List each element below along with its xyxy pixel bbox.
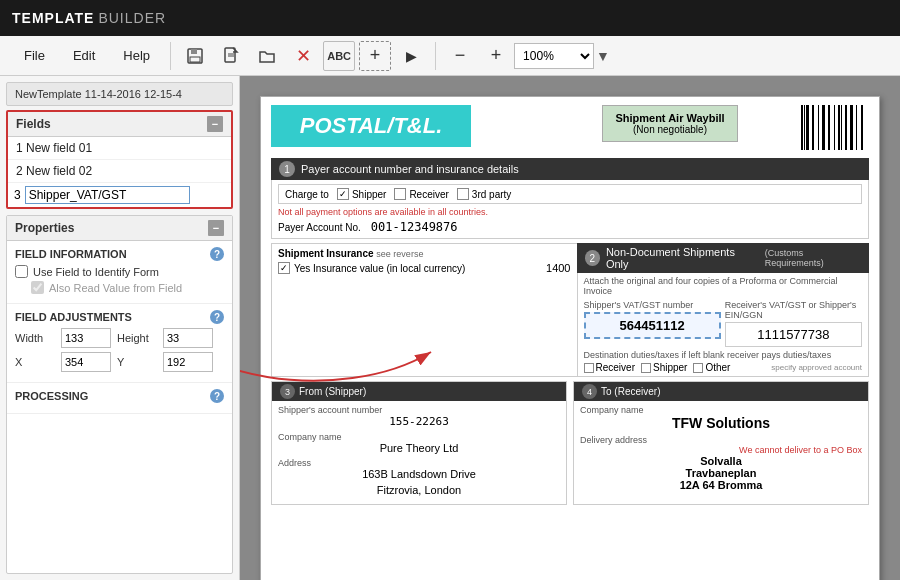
menu-help[interactable]: Help bbox=[109, 44, 164, 67]
field-number-3: 3 bbox=[14, 188, 21, 202]
field-adjustments-group: FIELD ADJUSTMENTS ? Width Height X Y bbox=[7, 304, 232, 383]
new-doc-button[interactable] bbox=[215, 41, 247, 71]
duties-receiver-checkbox[interactable] bbox=[584, 363, 594, 373]
thirdparty-checkbox[interactable] bbox=[457, 188, 469, 200]
duties-row: Receiver Shipper Other specify approved … bbox=[584, 362, 863, 373]
properties-collapse-button[interactable]: − bbox=[208, 220, 224, 236]
insurance-yes-label: Yes Insurance value (in local currency) bbox=[294, 263, 465, 274]
vat-receiver-area: Receiver's VAT/GST or Shipper's EIN/GGN … bbox=[725, 300, 862, 347]
field-label-2: New field 02 bbox=[26, 164, 92, 178]
add-button[interactable]: + bbox=[359, 41, 391, 71]
field-item-3-editing: 3 bbox=[8, 183, 231, 207]
fields-title: Fields bbox=[16, 117, 51, 131]
duties-other: Other bbox=[693, 362, 730, 373]
shipment-title: Shipment Air Waybill (Non negotiable) bbox=[602, 105, 737, 142]
width-height-row: Width Height bbox=[15, 328, 224, 348]
duties-other-checkbox[interactable] bbox=[693, 363, 703, 373]
left-panel: NewTemplate 11-14-2016 12-15-4 Fields − … bbox=[0, 76, 240, 580]
topbar: TEMPLATE BUILDER bbox=[0, 0, 900, 36]
from-section: 3 From (Shipper) Shipper's account numbe… bbox=[271, 381, 567, 505]
specify-text: specify approved account bbox=[771, 363, 862, 372]
account-row: Payer Account No. 001-12349876 bbox=[278, 220, 862, 234]
menu-file[interactable]: File bbox=[10, 44, 59, 67]
canvas-area[interactable]: POSTAL/T&L. Shipment Air Waybill (Non ne… bbox=[240, 76, 900, 580]
payer-warning: Not all payment options are available in… bbox=[278, 207, 862, 217]
shipper-account-label: Shipper's account number bbox=[278, 405, 560, 415]
processing-label: PROCESSING bbox=[15, 390, 88, 402]
use-field-row: Use Field to Identify Form bbox=[15, 265, 224, 278]
field-info-help[interactable]: ? bbox=[210, 247, 224, 261]
also-read-checkbox[interactable] bbox=[31, 281, 44, 294]
section3-num: 3 bbox=[280, 384, 295, 399]
width-label: Width bbox=[15, 332, 55, 344]
delete-button[interactable]: ✕ bbox=[287, 41, 319, 71]
receiver-checkbox[interactable] bbox=[394, 188, 406, 200]
use-field-checkbox[interactable] bbox=[15, 265, 28, 278]
save-button[interactable] bbox=[179, 41, 211, 71]
svg-rect-2 bbox=[190, 57, 200, 62]
field-item-1[interactable]: 1 New field 01 bbox=[8, 137, 231, 160]
vat-shipper-label: Shipper's VAT/GST number bbox=[584, 300, 721, 310]
toolbar-separator-1 bbox=[170, 42, 171, 70]
field-adj-help[interactable]: ? bbox=[210, 310, 224, 324]
thirdparty-label: 3rd party bbox=[472, 189, 511, 200]
xy-row: X Y bbox=[15, 352, 224, 372]
field-name-input[interactable] bbox=[25, 186, 190, 204]
from-content: Shipper's account number 155-22263 Compa… bbox=[272, 401, 566, 504]
x-label: X bbox=[15, 356, 55, 368]
section4-num: 4 bbox=[582, 384, 597, 399]
field-item-2[interactable]: 2 New field 02 bbox=[8, 160, 231, 183]
field-info-label: FIELD INFORMATION bbox=[15, 248, 127, 260]
arrow-button[interactable]: ▶ bbox=[395, 41, 427, 71]
svg-rect-1 bbox=[191, 49, 197, 54]
barcode-area bbox=[738, 105, 869, 150]
processing-group: PROCESSING ? bbox=[7, 383, 232, 414]
width-input[interactable] bbox=[61, 328, 111, 348]
vat-shipper-area: Shipper's VAT/GST number 564451112 bbox=[584, 300, 721, 347]
zoom-out-button[interactable]: − bbox=[444, 41, 476, 71]
to-company-label: Company name bbox=[580, 405, 862, 415]
menubar: File Edit Help ✕ ABC + ▶ − + 100% 50% 75… bbox=[0, 36, 900, 76]
duties-label: Destination duties/taxes if left blank r… bbox=[584, 350, 863, 360]
y-input[interactable] bbox=[163, 352, 213, 372]
company-label: Company name bbox=[278, 432, 560, 442]
section3-title-bar: 3 From (Shipper) bbox=[272, 382, 566, 401]
section1: 1 Payer account number and insurance det… bbox=[271, 158, 869, 239]
x-input[interactable] bbox=[61, 352, 111, 372]
field-number-2: 2 bbox=[16, 164, 26, 178]
insurance-value: 1400 bbox=[546, 262, 570, 274]
shipper-checkbox[interactable]: ✓ bbox=[337, 188, 349, 200]
form-canvas: POSTAL/T&L. Shipment Air Waybill (Non ne… bbox=[260, 96, 880, 580]
duties-shipper-checkbox[interactable] bbox=[641, 363, 651, 373]
zoom-in-button[interactable]: + bbox=[480, 41, 512, 71]
receiver-check: Receiver bbox=[394, 188, 448, 200]
insurance-checkbox[interactable]: ✓ bbox=[278, 262, 290, 274]
company-value: Pure Theory Ltd bbox=[278, 442, 560, 454]
field-adj-label: FIELD ADJUSTMENTS bbox=[15, 311, 132, 323]
postal-logo: POSTAL/T&L. bbox=[271, 105, 471, 147]
processing-title: PROCESSING ? bbox=[15, 389, 224, 403]
processing-help[interactable]: ? bbox=[210, 389, 224, 403]
shipper-label: Shipper bbox=[352, 189, 386, 200]
to-company-value: TFW Solutions bbox=[580, 415, 862, 431]
toolbar-separator-2 bbox=[435, 42, 436, 70]
zoom-select[interactable]: 100% 50% 75% 125% 150% 200% bbox=[514, 43, 594, 69]
vat-receiver-label: Receiver's VAT/GST or Shipper's EIN/GGN bbox=[725, 300, 862, 320]
vat-row: Shipper's VAT/GST number 564451112 Recei… bbox=[584, 300, 863, 347]
height-input[interactable] bbox=[163, 328, 213, 348]
section2-num: 2 bbox=[585, 250, 600, 266]
fields-collapse-button[interactable]: − bbox=[207, 116, 223, 132]
charge-label: Charge to bbox=[285, 189, 329, 200]
open-button[interactable] bbox=[251, 41, 283, 71]
delivery-warning: We cannot deliver to a PO Box bbox=[580, 445, 862, 455]
template-name-bar: NewTemplate 11-14-2016 12-15-4 bbox=[6, 82, 233, 106]
shipper-check: ✓ Shipper bbox=[337, 188, 386, 200]
section4-title: To (Receiver) bbox=[601, 386, 660, 397]
text-button[interactable]: ABC bbox=[323, 41, 355, 71]
address-value2: Fitzrovia, London bbox=[278, 484, 560, 496]
also-read-label: Also Read Value from Field bbox=[49, 282, 182, 294]
section4-title-bar: 4 To (Receiver) bbox=[574, 382, 868, 401]
menu-edit[interactable]: Edit bbox=[59, 44, 109, 67]
delivery-label: Delivery address bbox=[580, 435, 862, 445]
properties-title: Properties bbox=[15, 221, 74, 235]
